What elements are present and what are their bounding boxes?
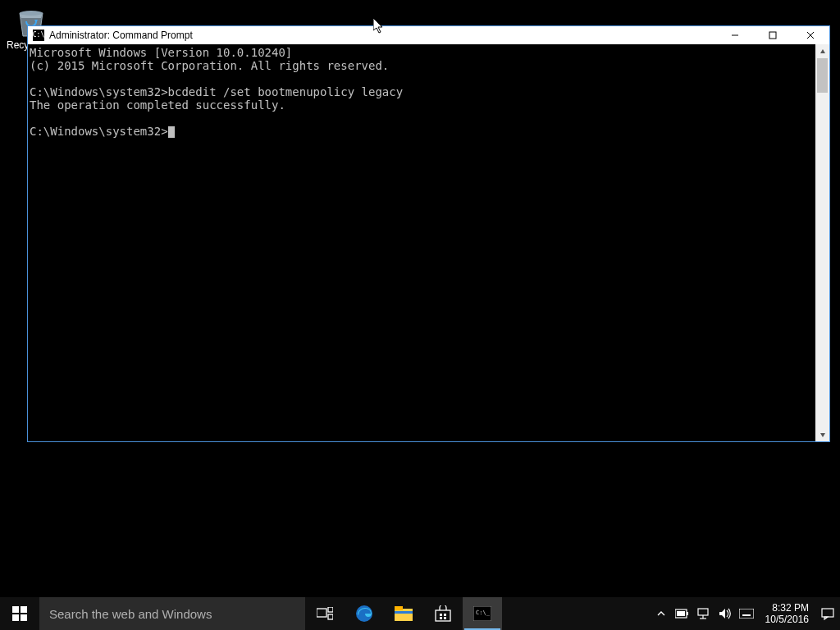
titlebar[interactable]: C:\ Administrator: Command Prompt — [28, 26, 829, 44]
vertical-scrollbar[interactable] — [815, 44, 829, 441]
minimize-button[interactable] — [716, 26, 754, 44]
scroll-up-button[interactable] — [815, 44, 829, 58]
tray-overflow-button[interactable] — [654, 597, 669, 630]
svg-rect-31 — [677, 611, 685, 616]
task-view-button[interactable] — [305, 597, 345, 630]
window-title: Administrator: Command Prompt — [49, 30, 193, 41]
svg-point-2 — [20, 11, 43, 16]
edge-browser-button[interactable] — [345, 597, 384, 630]
system-tray[interactable]: 8:32 PM 10/5/2016 — [647, 597, 840, 630]
svg-text:C:\_: C:\_ — [476, 609, 491, 616]
svg-rect-32 — [698, 609, 708, 615]
maximize-button[interactable] — [754, 26, 792, 44]
svg-rect-11 — [12, 606, 19, 613]
svg-rect-24 — [444, 614, 446, 616]
svg-rect-5 — [769, 32, 776, 39]
svg-rect-15 — [317, 609, 326, 617]
svg-rect-21 — [395, 611, 413, 614]
svg-rect-43 — [822, 609, 833, 617]
svg-rect-13 — [12, 614, 19, 621]
clock-date: 10/5/2016 — [765, 614, 809, 625]
action-center-button[interactable] — [820, 597, 835, 630]
svg-marker-9 — [820, 433, 825, 437]
svg-rect-30 — [687, 612, 688, 615]
svg-rect-36 — [739, 609, 754, 619]
svg-rect-25 — [440, 617, 442, 619]
search-input[interactable]: Search the web and Windows — [39, 597, 305, 630]
terminal-output[interactable]: Microsoft Windows [Version 10.0.10240] (… — [28, 44, 815, 441]
keyboard-icon[interactable] — [739, 597, 754, 630]
svg-rect-42 — [742, 614, 751, 616]
command-prompt-window[interactable]: C:\ Administrator: Command Prompt Micros… — [28, 26, 829, 441]
svg-marker-35 — [719, 609, 725, 619]
clock[interactable]: 8:32 PM 10/5/2016 — [760, 602, 814, 625]
svg-rect-26 — [444, 617, 446, 619]
battery-icon[interactable] — [675, 597, 690, 630]
store-button[interactable] — [423, 597, 463, 630]
svg-rect-17 — [328, 614, 333, 619]
network-icon[interactable] — [696, 597, 711, 630]
command-prompt-task-button[interactable]: C:\_ — [463, 597, 502, 630]
svg-rect-19 — [395, 609, 413, 621]
svg-rect-23 — [440, 614, 442, 616]
search-placeholder: Search the web and Windows — [49, 607, 212, 621]
svg-rect-20 — [395, 606, 403, 610]
svg-marker-8 — [820, 49, 825, 53]
svg-rect-22 — [436, 610, 450, 621]
svg-rect-12 — [21, 606, 27, 613]
file-explorer-button[interactable] — [384, 597, 423, 630]
scroll-down-button[interactable] — [815, 427, 829, 441]
close-button[interactable] — [792, 26, 829, 44]
clock-time: 8:32 PM — [765, 602, 809, 614]
start-button[interactable] — [0, 597, 39, 630]
svg-marker-44 — [824, 617, 828, 619]
svg-rect-16 — [328, 607, 333, 612]
cmd-icon: C:\ — [33, 30, 44, 41]
volume-icon[interactable] — [718, 597, 733, 630]
svg-rect-14 — [21, 614, 27, 621]
scroll-thumb[interactable] — [817, 58, 828, 93]
taskbar[interactable]: Search the web and Windows C — [0, 597, 840, 630]
